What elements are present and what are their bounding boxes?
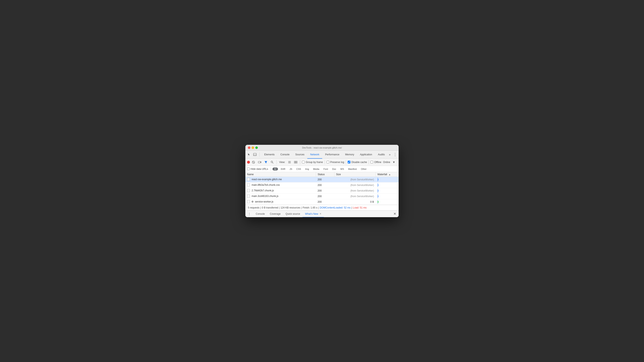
tab-elements[interactable]: Elements <box>261 151 278 159</box>
hide-data-urls-label: Hide data URLs <box>250 168 268 171</box>
svg-line-6 <box>272 162 274 164</box>
tab-sources[interactable]: Sources <box>292 151 307 159</box>
load-time[interactable]: Load: 51 ms <box>353 206 366 209</box>
online-label: Online <box>383 161 390 164</box>
preserve-log-checkbox[interactable]: Preserve log <box>326 161 344 164</box>
finish-time: Finish: 1.65 s <box>302 206 317 209</box>
devtools-body: Elements Console Sources Network Perform… <box>246 151 398 217</box>
filter-type-ws[interactable]: WS <box>339 168 346 171</box>
svg-rect-11 <box>296 161 297 162</box>
window-title: DevTools - react-sw-example.glitch.me/ <box>302 147 342 149</box>
group-by-frame-input[interactable] <box>302 161 304 164</box>
offline-input[interactable] <box>370 161 373 164</box>
tab-memory[interactable]: Memory <box>342 151 357 159</box>
bottom-panel-close-button[interactable]: ✕ <box>392 212 397 216</box>
tab-bar-icons <box>247 153 257 157</box>
resources-size: 124 KB resources <box>280 206 300 209</box>
filter-type-font[interactable]: Font <box>322 168 330 171</box>
tab-performance[interactable]: Performance <box>322 151 342 159</box>
cell-status: 200 <box>316 188 334 194</box>
fullscreen-button[interactable] <box>255 147 258 149</box>
filter-type-manifest[interactable]: Manifest <box>347 168 358 171</box>
disable-cache-input[interactable] <box>348 161 350 164</box>
tab-audits[interactable]: Audits <box>375 151 388 159</box>
more-tabs-button[interactable]: » <box>388 153 392 156</box>
col-header-name[interactable]: Name <box>246 172 316 177</box>
title-bar: DevTools - react-sw-example.glitch.me/ <box>246 145 398 151</box>
status-bar: 5 requests | 0 B transferred | 124 KB re… <box>246 205 398 210</box>
svg-line-3 <box>253 161 254 163</box>
close-button[interactable] <box>248 147 250 149</box>
bottom-tab-menu-button[interactable]: ⋮ <box>247 212 252 216</box>
filter-type-js[interactable]: JS <box>288 168 294 171</box>
col-header-waterfall[interactable]: Waterfall ▲ <box>376 172 398 177</box>
bottom-tab-quick-source[interactable]: Quick source <box>283 211 302 217</box>
requests-count: 5 requests <box>248 206 260 209</box>
cell-status: 200 <box>316 177 334 182</box>
filter-bar: Hide data URLs All XHR JS CSS Img Media … <box>246 166 398 172</box>
dock-icon[interactable] <box>253 153 257 157</box>
filter-type-xhr[interactable]: XHR <box>279 168 287 171</box>
cell-status: 200 <box>316 199 334 205</box>
tab-bar-sep <box>260 153 260 157</box>
traffic-lights <box>248 147 258 149</box>
table-row[interactable]: 2.7fdd42b7.chunk.js200(from ServiceWorke… <box>246 188 398 194</box>
bottom-tab-coverage[interactable]: Coverage <box>267 211 283 217</box>
col-header-status[interactable]: Status <box>316 172 334 177</box>
sort-arrow-icon: ▲ <box>389 173 391 176</box>
dom-content-loaded[interactable]: DOMContentLoaded: 52 ms <box>320 206 350 209</box>
tab-console[interactable]: Console <box>278 151 292 159</box>
video-icon[interactable] <box>257 160 262 165</box>
waterfall-bar <box>378 201 378 203</box>
preserve-log-input[interactable] <box>326 161 329 164</box>
filter-type-all[interactable]: All <box>272 168 278 171</box>
table-row[interactable]: main.8fb3a7b4.chunk.css200(from ServiceW… <box>246 182 398 188</box>
filter-type-css[interactable]: CSS <box>295 168 302 171</box>
bottom-panel: ⋮ Console Coverage Quick source What's N… <box>246 210 398 217</box>
group-by-frame-label: Group by frame <box>306 161 323 164</box>
tab-application[interactable]: Application <box>357 151 375 159</box>
group-by-frame-checkbox[interactable]: Group by frame <box>302 161 323 164</box>
devtools-window: DevTools - react-sw-example.glitch.me/ <box>246 145 398 217</box>
hide-data-urls-input[interactable] <box>247 168 250 170</box>
bottom-tab-console[interactable]: Console <box>253 211 267 217</box>
table-row[interactable]: ⚙service-worker.js2000 B <box>246 199 398 205</box>
cell-waterfall <box>376 199 398 205</box>
filter-type-img[interactable]: Img <box>304 168 310 171</box>
search-icon[interactable] <box>270 160 275 165</box>
tab-bar: Elements Console Sources Network Perform… <box>246 151 398 159</box>
cell-name: react-sw-example.glitch.me <box>246 177 316 182</box>
throttle-dropdown[interactable]: ▾ <box>392 160 396 164</box>
hide-data-urls-checkbox[interactable]: Hide data URLs <box>247 168 268 171</box>
minimize-button[interactable] <box>252 147 254 149</box>
tab-network[interactable]: Network <box>307 151 322 159</box>
grouped-view-icon[interactable] <box>293 160 298 165</box>
network-toolbar: View: Group by frame <box>246 159 398 166</box>
svg-rect-10 <box>294 161 296 162</box>
cursor-icon[interactable] <box>247 153 251 157</box>
bottom-tab-whats-new[interactable]: What's New ✕ <box>302 211 324 217</box>
col-header-size[interactable]: Size <box>334 172 376 177</box>
file-icon <box>247 183 250 186</box>
list-view-icon[interactable] <box>287 160 292 165</box>
offline-checkbox[interactable]: Offline <box>370 161 381 164</box>
filter-icon[interactable] <box>263 160 268 165</box>
view-label: View: <box>279 161 285 164</box>
toolbar-separator-3 <box>325 160 325 164</box>
table-row[interactable]: react-sw-example.glitch.me200(from Servi… <box>246 177 398 182</box>
clear-button[interactable] <box>251 160 256 165</box>
transferred-size: 0 B transferred <box>262 206 278 209</box>
filter-type-media[interactable]: Media <box>312 168 321 171</box>
record-button[interactable] <box>247 161 250 164</box>
filter-type-other[interactable]: Other <box>360 168 368 171</box>
disable-cache-checkbox[interactable]: Disable cache <box>348 161 367 164</box>
devtools-menu-button[interactable]: ⋮ <box>393 152 397 157</box>
filter-separator <box>270 167 270 171</box>
table-row[interactable]: main.3cd46163.chunk.js200(from ServiceWo… <box>246 194 398 199</box>
disable-cache-label: Disable cache <box>352 161 367 164</box>
filter-type-doc[interactable]: Doc <box>331 168 338 171</box>
file-icon <box>247 189 250 192</box>
network-table: Name Status Size Waterfall ▲ <box>246 172 398 205</box>
waterfall-bar <box>378 184 378 186</box>
whats-new-close-icon[interactable]: ✕ <box>320 212 322 215</box>
